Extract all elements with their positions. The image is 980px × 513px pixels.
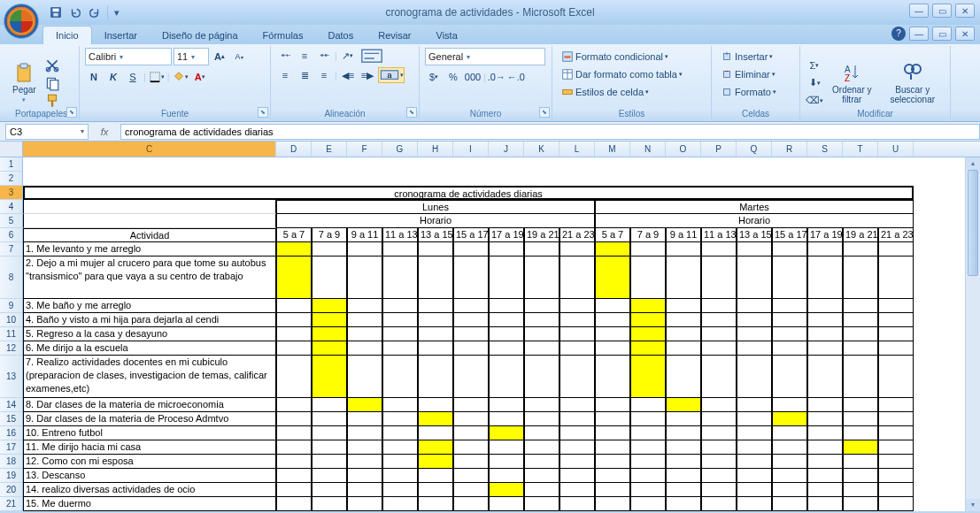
cell[interactable] [347,412,382,426]
cell[interactable] [524,356,559,398]
cell[interactable] [878,341,914,356]
cell[interactable] [382,256,418,299]
cell[interactable] [276,256,312,299]
cell[interactable] [453,313,489,327]
cell[interactable] [772,313,807,327]
cell[interactable]: 13. Descanso [23,469,276,483]
cell[interactable] [843,299,878,313]
col-header-H[interactable]: H [418,142,453,157]
cell[interactable] [878,412,914,426]
cell[interactable] [453,412,489,426]
select-all-corner[interactable] [0,142,23,157]
col-header-S[interactable]: S [807,142,843,157]
cell[interactable] [276,356,312,398]
tab-vista[interactable]: Vista [424,27,470,44]
cell[interactable] [347,356,382,398]
cell[interactable]: 5. Regreso a la casa y desayuno [23,327,276,341]
cell[interactable] [524,398,559,412]
cell[interactable] [772,242,807,256]
cell[interactable]: 13 a 15 [737,228,772,242]
cell[interactable] [559,483,595,497]
cell[interactable] [276,313,312,327]
cell[interactable] [524,426,559,440]
cell[interactable] [276,440,312,455]
cell[interactable] [737,327,772,341]
row-header-18[interactable]: 18 [0,455,22,469]
col-header-R[interactable]: R [772,142,807,157]
cell[interactable] [312,398,347,412]
cell[interactable] [701,455,737,469]
cell[interactable] [489,256,524,299]
cell[interactable]: 19 a 21 [524,228,559,242]
align-top-icon[interactable]: ⬴ [276,48,294,64]
cell[interactable]: Lunes [276,200,595,214]
row-header-21[interactable]: 21 [0,497,22,511]
cell[interactable] [666,313,701,327]
portapapeles-dialog-icon[interactable]: ⬊ [66,107,77,118]
doc-restore-button[interactable]: ▭ [932,27,952,41]
cell[interactable]: 10. Entreno futbol [23,426,276,440]
cell[interactable] [276,327,312,341]
cell[interactable] [843,313,878,327]
row-header-19[interactable]: 19 [0,469,22,483]
cell[interactable]: Horario [595,214,914,228]
cell[interactable] [312,483,347,497]
cell[interactable] [737,398,772,412]
cell[interactable] [666,412,701,426]
cell[interactable] [843,426,878,440]
cell[interactable] [807,313,843,327]
cell[interactable] [524,242,559,256]
cell[interactable] [489,398,524,412]
cell[interactable] [453,426,489,440]
cell[interactable] [630,469,666,483]
col-header-L[interactable]: L [559,142,595,157]
cell[interactable] [382,426,418,440]
cell[interactable] [418,469,453,483]
estilos-celda-button[interactable]: Estilos de celda▾ [558,83,706,101]
cell[interactable] [418,412,453,426]
cell[interactable] [312,327,347,341]
cell[interactable] [595,497,630,511]
cell[interactable]: 5 a 7 [276,228,312,242]
cell[interactable] [489,412,524,426]
cut-icon[interactable] [43,57,61,73]
cell[interactable] [737,483,772,497]
cell[interactable] [382,412,418,426]
row-header-9[interactable]: 9 [0,299,22,313]
cell[interactable]: 15. Me duermo [23,497,276,511]
cell[interactable] [807,483,843,497]
cell[interactable] [524,469,559,483]
row-header-12[interactable]: 12 [0,341,22,356]
cell[interactable] [418,440,453,455]
buscar-seleccionar-button[interactable]: Buscar y seleccionar [881,48,945,118]
increase-decimal-icon[interactable]: .0→ [488,69,505,85]
cell[interactable] [843,242,878,256]
cell[interactable] [666,242,701,256]
cell[interactable] [878,242,914,256]
cell[interactable] [489,455,524,469]
col-header-U[interactable]: U [878,142,914,157]
comma-icon[interactable]: 000 [464,69,482,85]
cell[interactable] [276,412,312,426]
cell[interactable] [701,469,737,483]
cell[interactable] [382,341,418,356]
cell[interactable]: 19 a 21 [843,228,878,242]
cell[interactable] [666,356,701,398]
formula-input[interactable]: cronograma de actividades diarias [120,124,980,140]
cell[interactable]: Martes [595,200,914,214]
border-icon[interactable]: ▾ [148,69,166,85]
cell[interactable] [843,483,878,497]
cell[interactable] [595,440,630,455]
cell[interactable] [418,327,453,341]
col-header-F[interactable]: F [347,142,382,157]
col-header-N[interactable]: N [630,142,666,157]
cell[interactable] [737,299,772,313]
number-format-combo[interactable]: General▾ [425,48,545,65]
row-header-6[interactable]: 6 [0,228,22,242]
cell[interactable]: Horario [276,214,595,228]
tab-datos[interactable]: Datos [315,27,366,44]
cell[interactable] [559,299,595,313]
cell[interactable] [453,256,489,299]
cell[interactable] [489,242,524,256]
formato-button[interactable]: Formato▾ [717,83,794,101]
